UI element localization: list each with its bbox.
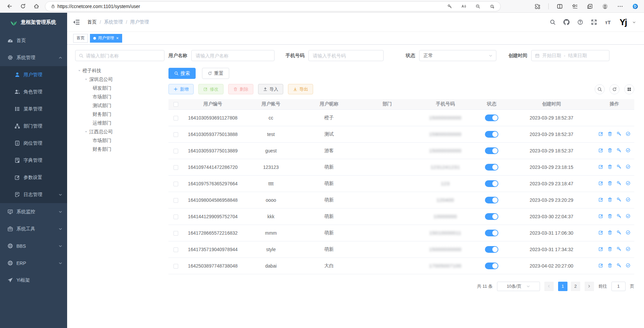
edit-icon[interactable] (598, 214, 603, 219)
extensions-button[interactable] (533, 2, 541, 10)
reset-button[interactable]: 重置 (202, 68, 229, 79)
export-button[interactable]: 导出 (288, 84, 313, 94)
sidebar-item-log[interactable]: 日志管理 (0, 186, 67, 203)
page-button-1[interactable]: 1 (558, 282, 567, 291)
sidebar-item-config[interactable]: 参数设置 (0, 169, 67, 186)
delete-icon[interactable] (607, 263, 612, 268)
favorite-add-button[interactable] (488, 3, 496, 10)
delete-icon[interactable] (607, 181, 612, 186)
status-toggle[interactable] (485, 164, 498, 171)
tree-node[interactable]: 市场部门 (75, 93, 164, 101)
dept-search-input[interactable] (86, 53, 161, 58)
row-checkbox[interactable] (174, 116, 178, 121)
delete-icon[interactable] (607, 148, 612, 153)
search-button[interactable] (549, 18, 557, 26)
delete-icon[interactable] (607, 246, 612, 251)
assign-role-icon[interactable] (626, 197, 631, 202)
edit-icon[interactable] (598, 246, 603, 251)
profile-button[interactable] (601, 2, 609, 10)
tab-1[interactable]: 用户管理 × (90, 34, 122, 43)
status-toggle[interactable] (485, 147, 498, 154)
read-aloud-button[interactable] (460, 3, 467, 10)
status-toggle[interactable] (485, 131, 498, 138)
edit-icon[interactable] (598, 263, 603, 268)
app-logo[interactable]: 意框架管理系统 (0, 13, 67, 32)
split-screen-button[interactable] (556, 2, 564, 10)
refresh-button[interactable] (18, 2, 28, 11)
sidebar-item-system[interactable]: 系统管理 (0, 49, 67, 66)
more-button[interactable] (616, 2, 624, 10)
sidebar-item-dept[interactable]: 部门管理 (0, 118, 67, 135)
row-checkbox[interactable] (174, 215, 178, 219)
edit-icon[interactable] (598, 164, 603, 169)
row-checkbox[interactable] (174, 264, 178, 269)
tree-node[interactable]: 财务部门 (75, 110, 164, 119)
assign-role-icon[interactable] (626, 246, 631, 251)
assign-role-icon[interactable] (626, 181, 631, 186)
row-checkbox[interactable] (174, 165, 178, 170)
sidebar-item-home[interactable]: 首页 (0, 32, 67, 49)
sidebar-item-monitor[interactable]: 系统监控 (0, 203, 67, 220)
row-checkbox[interactable] (174, 182, 178, 186)
edit-icon[interactable] (598, 197, 603, 202)
prev-page-button[interactable] (544, 282, 554, 291)
question-button[interactable] (576, 18, 584, 26)
page-button-2[interactable]: 2 (571, 282, 580, 291)
delete-icon[interactable] (607, 214, 612, 219)
sidebar-item-role[interactable]: 角色管理 (0, 83, 67, 100)
goto-page-input[interactable] (611, 282, 626, 291)
tab-0[interactable]: 首页 (73, 34, 88, 43)
tree-node[interactable]: 测试部门 (75, 101, 164, 110)
tree-node[interactable]: 研发部门 (75, 84, 164, 93)
page-size-select[interactable]: 10条/页 (497, 282, 540, 291)
delete-icon[interactable] (607, 131, 612, 136)
tree-node[interactable]: 深圳总公司 (75, 75, 164, 84)
edit-button[interactable]: 修改 (198, 84, 224, 94)
edit-icon[interactable] (598, 131, 603, 136)
sidebar-item-erp[interactable]: ERP (0, 254, 67, 272)
reset-password-icon[interactable] (616, 214, 622, 219)
status-select[interactable]: 正常 (419, 50, 496, 61)
grid-circle-button[interactable] (624, 84, 634, 94)
reset-password-icon[interactable] (616, 246, 622, 251)
status-toggle[interactable] (485, 246, 498, 253)
phone-input[interactable] (308, 50, 384, 61)
sidebar-item-post[interactable]: 岗位管理 (0, 135, 67, 152)
import-button[interactable]: 导入 (258, 84, 283, 94)
edit-icon[interactable] (598, 230, 603, 235)
home-button[interactable] (32, 2, 41, 11)
delete-button[interactable]: 删除 (228, 84, 253, 94)
row-checkbox[interactable] (174, 247, 178, 252)
reset-password-icon[interactable] (616, 131, 622, 136)
edit-icon[interactable] (598, 181, 603, 186)
row-checkbox[interactable] (174, 132, 178, 137)
key-button[interactable] (446, 3, 453, 10)
user-menu-caret-icon[interactable] (632, 20, 636, 24)
assign-role-icon[interactable] (626, 263, 631, 268)
sidebar-item-yi[interactable]: Yi框架 (0, 272, 67, 289)
assign-role-icon[interactable] (626, 131, 631, 136)
tree-node[interactable]: 橙子科技 (75, 66, 164, 75)
row-checkbox[interactable] (174, 149, 178, 153)
refresh-circle-button[interactable] (609, 84, 620, 94)
sidebar-item-menu[interactable]: 菜单管理 (0, 100, 67, 118)
collections-button[interactable] (586, 2, 594, 10)
reset-password-icon[interactable] (616, 181, 622, 186)
tree-node[interactable]: 市场部门 (75, 136, 164, 145)
sidebar-item-bbs[interactable]: BBS (0, 237, 67, 254)
zoom-out-button[interactable] (474, 3, 482, 10)
search-button[interactable]: 搜索 (168, 68, 196, 79)
delete-icon[interactable] (607, 164, 612, 169)
username-input[interactable] (191, 50, 275, 61)
status-toggle[interactable] (485, 180, 498, 187)
user-avatar-logo[interactable]: Yj (620, 18, 627, 27)
reset-password-icon[interactable] (616, 164, 622, 169)
tree-node[interactable]: 财务部门 (75, 145, 164, 154)
close-tab-icon[interactable]: × (116, 36, 119, 40)
status-toggle[interactable] (485, 230, 498, 236)
assign-role-icon[interactable] (626, 230, 631, 235)
sidebar-item-tools[interactable]: 系统工具 (0, 220, 67, 237)
sidebar-item-user[interactable]: 用户管理 (0, 66, 67, 83)
select-all-checkbox[interactable] (174, 102, 178, 107)
date-range-picker[interactable]: 开始日期 - 结束日期 (531, 50, 609, 61)
